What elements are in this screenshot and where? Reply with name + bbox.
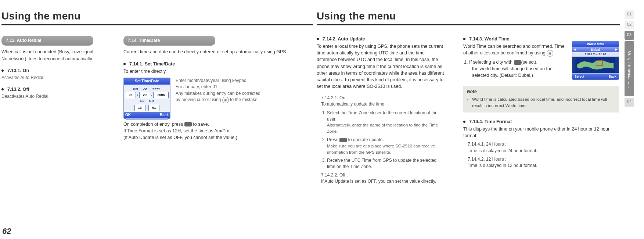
softkey-back: Back bbox=[160, 113, 169, 118]
phone-screenshot-world-time: World time ◀ Dubai ▶ 11/29 Tue 11:02 bbox=[572, 41, 619, 80]
ok-key-icon bbox=[514, 60, 521, 65]
tab-label: Using the menu……… bbox=[625, 41, 634, 96]
section-intro: When call is not connected (Busy, Low si… bbox=[1, 49, 99, 62]
ok-key-icon bbox=[339, 138, 347, 142]
value-yyyy: 2006 bbox=[153, 92, 169, 98]
auto-update-header: 7.14.2. Auto Update bbox=[317, 36, 445, 42]
tab-02[interactable]: 02 bbox=[625, 21, 634, 29]
section-header: 7.14. Time/Date bbox=[123, 36, 215, 46]
section-auto-redial: 7.13. Auto Redial When call is not conne… bbox=[1, 36, 107, 146]
item-on-body: Activates Auto Redial. bbox=[1, 75, 99, 81]
section-time-date: 7.14. Time/Date Current time and date ca… bbox=[119, 36, 315, 146]
fmt24-title: 7.14.4.1. 24 Hours : bbox=[468, 141, 619, 147]
phone-screenshot-set-time: Set Time/Date MM DD YYYY 03 / 29 bbox=[123, 78, 170, 119]
off-title: 7.14.2.2. Off : bbox=[321, 172, 445, 178]
value-mn: 01 bbox=[148, 105, 159, 111]
tab-04[interactable]: 04 bbox=[625, 98, 634, 107]
section-world-time: World time ◀ Dubai ▶ 11/29 Tue 11:02 bbox=[461, 36, 619, 185]
screenshot-title: World time bbox=[572, 41, 619, 47]
ok-key-icon bbox=[184, 122, 192, 126]
screenshot-city: Dubai bbox=[591, 47, 600, 52]
page-number: 62 bbox=[2, 226, 11, 236]
nav-key-icon: ◉ bbox=[547, 50, 553, 57]
auto-update-body: To enter a local time by using GPS, the … bbox=[317, 43, 445, 90]
note-title: Note bbox=[467, 89, 615, 95]
world-map-icon bbox=[572, 57, 619, 73]
note-item: World time is calculated based on local … bbox=[472, 96, 615, 108]
item-set-time-body: To enter time directly. bbox=[123, 68, 315, 75]
nav-key-icon: ◉ bbox=[222, 97, 229, 103]
column-divider bbox=[113, 36, 113, 146]
on-title: 7.14.2.1. On : bbox=[321, 95, 445, 101]
tab-03[interactable]: 03 bbox=[625, 31, 634, 40]
tab-01[interactable]: 01 bbox=[625, 10, 634, 19]
section-intro: Current time and date can be directly en… bbox=[123, 49, 315, 55]
fmt12-title: 7.14.4.2. 12 Hours : bbox=[468, 156, 619, 163]
sep2: / bbox=[151, 93, 152, 97]
value-mm: 03 bbox=[125, 92, 136, 98]
softkey-back: Back bbox=[608, 74, 616, 79]
page-title: Using the menu bbox=[1, 10, 315, 22]
after-entry: On completion of entry, press to save. I… bbox=[123, 121, 315, 141]
fmt12-body: Time is displayed in 12 hour format. bbox=[468, 163, 619, 169]
entry-instructions: Enter month/date/year using keypad. For … bbox=[176, 78, 260, 103]
item-off-body: Deactivates Auto Redial. bbox=[1, 93, 99, 100]
label-mn: MM bbox=[147, 99, 155, 104]
side-tabs: 01 02 03 Using the menu……… 04 bbox=[624, 0, 635, 239]
softkey-ok: OK bbox=[125, 113, 131, 118]
off-sub: If Auto Update is set as OFF, you can se… bbox=[321, 178, 445, 185]
divider bbox=[1, 24, 313, 25]
label-hh: HH bbox=[138, 99, 146, 104]
page-right: Using the menu 7.14.2. Auto Update To en… bbox=[315, 0, 635, 239]
on-steps: Select the Time Zone closer to the curre… bbox=[327, 110, 445, 170]
label-mm: MM bbox=[132, 87, 140, 91]
section-header: 7.13. Auto Redial bbox=[1, 36, 93, 46]
section-auto-update: 7.14.2. Auto Update To enter a local tim… bbox=[317, 36, 449, 185]
time-format-body: This displays the time on your mobile ph… bbox=[463, 126, 619, 139]
divider bbox=[317, 24, 620, 25]
item-set-time-header: 7.14.1. Set Time/Date bbox=[123, 61, 315, 67]
column-divider bbox=[455, 36, 455, 185]
label-yyyy: YYYY bbox=[150, 87, 162, 91]
time-format-header: 7.14.4. Time Format bbox=[463, 118, 619, 125]
screenshot-title: Set Time/Date bbox=[124, 78, 170, 85]
label-dd: DD bbox=[141, 87, 149, 91]
page-title: Using the menu bbox=[317, 10, 622, 22]
screenshot-date: 11/29 Tue 11:02 bbox=[572, 52, 619, 57]
value-hh: 13 bbox=[134, 105, 145, 111]
item-off-header: 7.13.2. Off bbox=[1, 86, 99, 93]
colon: : bbox=[147, 106, 148, 110]
note-box: Note World time is calculated based on l… bbox=[463, 86, 619, 113]
world-time-header: 7.14.3. World Time bbox=[463, 36, 568, 42]
on-sub: To automatically update the time bbox=[321, 101, 445, 107]
value-dd: 29 bbox=[139, 92, 150, 98]
fmt24-body: Time is displayed in 24 hour format. bbox=[468, 148, 619, 154]
softkey-select: Select bbox=[575, 74, 584, 79]
sep1: / bbox=[137, 93, 138, 97]
page-left: Using the menu 7.13. Auto Redial When ca… bbox=[0, 0, 315, 239]
item-on-header: 7.13.1. On bbox=[1, 67, 99, 74]
